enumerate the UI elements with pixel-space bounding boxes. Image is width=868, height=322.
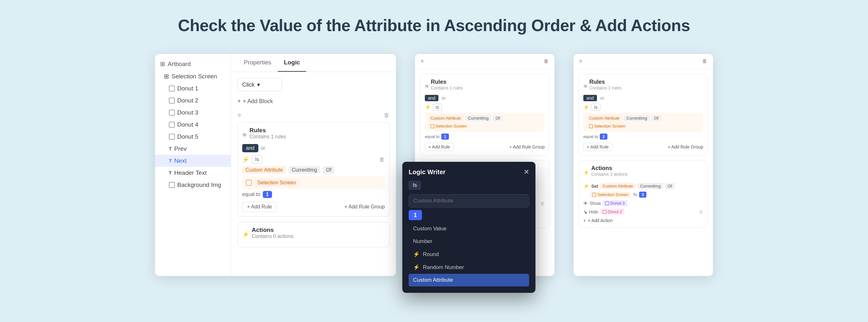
rule-tags-line: Custom Attribute CurrentImg Of Selection…	[583, 113, 703, 131]
screen-icon	[246, 180, 252, 185]
image-icon	[169, 122, 175, 127]
current-img-tag: CurrentImg	[465, 115, 491, 121]
of-tag: Of	[323, 166, 335, 174]
and-button[interactable]: and	[242, 144, 258, 152]
panel-3-header: ≡ 🗑	[574, 54, 713, 69]
rule-actions-row: + Add Rule + Add Rule Group	[242, 202, 385, 212]
add-rule-group-button[interactable]: + Add Rule Group	[344, 202, 385, 212]
add-rule-button[interactable]: + Add Rule	[583, 143, 612, 151]
popup-title: Logic Writer	[409, 169, 445, 176]
trash-icon[interactable]: 🗑	[544, 58, 549, 64]
plus-icon: +	[238, 98, 241, 105]
add-rule-button[interactable]: + Add Rule	[425, 143, 454, 151]
grid-icon: ⊞	[160, 60, 165, 67]
tab-properties[interactable]: Properties	[238, 54, 278, 72]
rule-trash-icon[interactable]: 🗑	[379, 156, 385, 163]
sidebar-item-prev[interactable]: T Prev	[155, 143, 231, 155]
hide-label: Hide	[589, 209, 598, 214]
rule-tags-line: Custom Attribute CurrentImg Of Selection…	[425, 113, 545, 131]
actions-box: ⚡ Actions Contains 0 actions	[238, 222, 390, 247]
popup-option-number[interactable]: Number	[409, 235, 529, 248]
actions-subtitle: Contains 0 actions	[252, 233, 293, 239]
or-button[interactable]: or	[261, 144, 265, 152]
tab-logic[interactable]: Logic	[278, 54, 307, 72]
panel-2-header: ≡ 🗑	[415, 54, 555, 69]
add-rule-button[interactable]: + Add Rule	[242, 202, 277, 212]
trash-icon[interactable]: 🗑	[702, 58, 707, 64]
sidebar-item-next[interactable]: T Next	[155, 155, 231, 167]
text-icon: T	[169, 170, 172, 175]
actions-icon: ⚡	[242, 231, 249, 238]
of-tag: Of	[493, 115, 502, 121]
image-icon	[169, 134, 175, 140]
action-trash-icon[interactable]: 🗑	[699, 209, 703, 214]
option-label: Custom Value	[413, 226, 447, 232]
popup-header: Logic Writer ✕	[409, 168, 529, 176]
add-action-button[interactable]: + + Add Action	[583, 218, 613, 223]
rules-subtitle: Contains 1 rules	[431, 85, 463, 90]
popup-option-random-number[interactable]: ⚡ Random Number	[409, 261, 529, 274]
popup-option-round[interactable]: ⚡ Round	[409, 248, 529, 261]
sidebar: ⊞ Artboard ⊞ Selection Screen Donut 1 Do…	[155, 54, 231, 276]
lightning-icon: ⚡	[242, 156, 249, 163]
sidebar-item-header-text[interactable]: T Header Text	[155, 167, 231, 179]
set-of-tag: Of	[665, 183, 675, 189]
popup-search-input[interactable]	[409, 194, 529, 207]
sidebar-item-background[interactable]: Background Img	[155, 179, 231, 191]
logic-content: Click ▾ + + Add Block ≡ 🗑	[231, 72, 396, 276]
custom-attribute-tag: Custom Attribute	[242, 166, 286, 174]
sidebar-item-donut2[interactable]: Donut 2	[155, 94, 231, 107]
menu-icon: ≡	[579, 58, 582, 64]
and-label[interactable]: and	[425, 95, 438, 101]
equal-to-label: equal to	[425, 134, 439, 139]
trash-icon[interactable]: 🗑	[384, 112, 390, 119]
text-icon: T	[169, 146, 172, 151]
rules-icon: ≋	[583, 83, 587, 89]
donut-icon	[603, 210, 607, 214]
lightning-icon: ⚡	[583, 105, 589, 110]
image-icon	[169, 86, 175, 91]
popup-option-custom-value[interactable]: Custom Value	[409, 223, 529, 235]
screen-icon	[589, 124, 593, 128]
set-currentimg-tag: CurrentImg	[638, 183, 663, 189]
sidebar-item-selection-screen[interactable]: ⊞ Selection Screen	[155, 70, 231, 83]
is-badge[interactable]: Is	[252, 155, 262, 164]
sidebar-label: Donut 2	[177, 97, 198, 104]
lightning-icon: ⚡	[425, 105, 431, 110]
sidebar-item-donut1[interactable]: Donut 1	[155, 83, 231, 94]
menu-icon: ≡	[238, 112, 241, 119]
and-label[interactable]: and	[583, 95, 597, 101]
sidebar-item-donut4[interactable]: Donut 4	[155, 119, 231, 131]
add-rule-group-button[interactable]: + Add Rule Group	[668, 143, 703, 151]
value-badge: 1	[441, 134, 448, 140]
sidebar-label: Donut 5	[177, 133, 198, 140]
set-attribute-tag: Custom Attribute	[600, 183, 636, 189]
text-icon: T	[169, 158, 172, 164]
add-block-button[interactable]: + + Add Block	[238, 96, 390, 107]
is-tag-popup: Is	[409, 181, 421, 190]
random-icon: ⚡	[413, 264, 420, 271]
or-label[interactable]: or	[599, 95, 605, 101]
action-trash-icon[interactable]: 🗑	[540, 201, 545, 206]
to-label: To	[633, 192, 637, 197]
menu-icon: ≡	[421, 58, 424, 64]
value-badge: 2	[600, 134, 607, 140]
sidebar-label: Donut 1	[177, 85, 198, 92]
close-button[interactable]: ✕	[524, 168, 529, 176]
click-row: Click ▾	[238, 78, 390, 91]
equal-to-row: equal to 1	[242, 191, 385, 198]
eye-icon: 👁	[583, 201, 588, 206]
sidebar-item-donut5[interactable]: Donut 5	[155, 131, 231, 143]
chevron-down-icon: ▾	[257, 81, 260, 88]
image-icon	[169, 110, 175, 115]
selection-screen-tag: Selection Screen	[254, 179, 299, 186]
sidebar-item-donut3[interactable]: Donut 3	[155, 107, 231, 119]
sidebar-label: Background Img	[177, 181, 221, 188]
click-dropdown[interactable]: Click ▾	[238, 78, 282, 91]
add-rule-group-button[interactable]: + Add Rule Group	[509, 143, 545, 151]
or-label[interactable]: or	[440, 95, 447, 101]
set-value-badge: 3	[639, 192, 646, 198]
rules-title: Rules	[431, 79, 463, 85]
set-label: Set	[591, 184, 598, 189]
popup-option-custom-attribute[interactable]: Custom Attribute	[409, 274, 529, 287]
